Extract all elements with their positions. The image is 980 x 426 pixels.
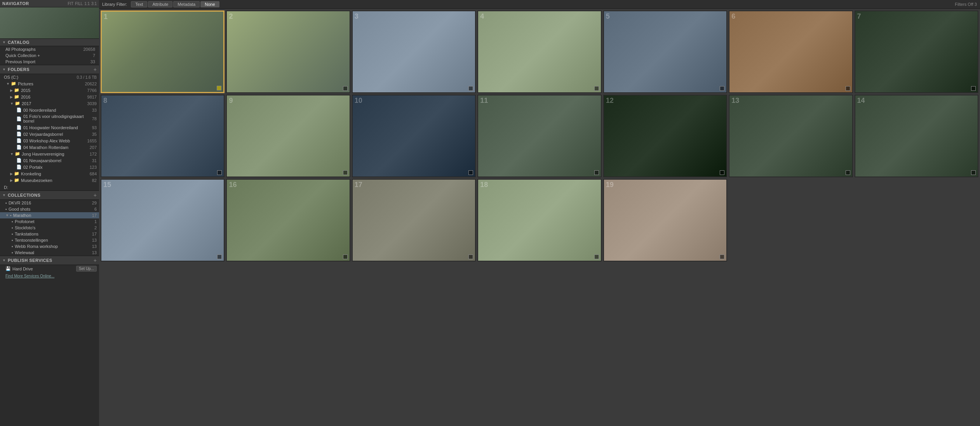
publish-title: Publish Services <box>8 258 94 263</box>
previous-import-item[interactable]: Previous Import 33 <box>0 59 99 65</box>
02-portalx-item[interactable]: 📄 02 Portalx 123 <box>0 164 99 170</box>
grid-cell-5[interactable]: 5 <box>603 10 727 93</box>
grid-cell-12[interactable]: 12 <box>603 95 727 177</box>
cell-flag-11[interactable] <box>594 170 599 175</box>
publish-add-button[interactable]: + <box>94 257 97 263</box>
collections-triangle: ▼ <box>2 193 6 197</box>
grid-cell-4[interactable]: 4 <box>477 10 601 93</box>
02-verjaardagsborrel-icon: 📄 <box>16 132 22 137</box>
left-panel: Navigator FIT FILL 1:1 3:1 ▼ Catalog All… <box>0 0 99 426</box>
publish-services-section-header[interactable]: ▼ Publish Services + <box>0 256 99 265</box>
cell-flag-19[interactable] <box>720 255 724 259</box>
cell-flag-9[interactable] <box>343 170 348 175</box>
webb-roma-icon: ▪ <box>12 244 13 249</box>
tentoonstellingen-collection[interactable]: ▪ Tentoonstellingen 13 <box>0 237 99 243</box>
cell-flag-13[interactable] <box>846 170 850 175</box>
grid-cell-17[interactable]: 17 <box>352 179 476 261</box>
grid-cell-6[interactable]: 6 <box>729 10 853 93</box>
fill-btn[interactable]: FILL <box>75 2 83 6</box>
photo-12 <box>604 95 726 177</box>
wielewaal-collection[interactable]: ▪ Wielewaal 13 <box>0 249 99 256</box>
jong-haven-icon: 📁 <box>15 151 20 156</box>
cell-flag-18[interactable] <box>594 255 599 259</box>
cell-flag-3[interactable] <box>468 86 473 91</box>
cell-flag-10[interactable] <box>468 170 473 175</box>
kronkeling-folder[interactable]: ▶ 📁 Kronkeling 684 <box>0 170 99 177</box>
folders-section-header[interactable]: ▼ Folders + <box>0 65 99 74</box>
collections-add-button[interactable]: + <box>94 192 97 198</box>
2015-folder[interactable]: ▶ 📁 2015 7766 <box>0 87 99 94</box>
01-fotos-item[interactable]: 📄 01 Foto's voor uitnodigingskaart borre… <box>0 113 99 124</box>
cell-flag-7[interactable] <box>971 86 976 91</box>
drive-bar[interactable]: OS (C:) 0.3 / 1.6 TB <box>0 74 99 80</box>
zoom-3-1-btn[interactable]: 3:1 <box>91 2 97 6</box>
grid-cell-11[interactable]: 11 <box>477 95 601 177</box>
cell-flag-6[interactable] <box>846 86 850 91</box>
02-verjaardagsborrel-item[interactable]: 📄 02 Verjaardagsborrel 35 <box>0 131 99 137</box>
03-workshop-item[interactable]: 📄 03 Workshop Alex Webb 1655 <box>0 137 99 144</box>
cell-flag-5[interactable] <box>720 86 724 91</box>
grid-cell-14[interactable]: 14 <box>855 95 978 177</box>
grid-cell-8[interactable]: 8 <box>101 95 225 177</box>
00-noordereiland-item[interactable]: 📄 00 Noordereiland 33 <box>0 107 99 113</box>
setup-button[interactable]: Set Up... <box>76 266 97 272</box>
metadata-filter-btn[interactable]: Metadata <box>173 1 200 7</box>
collections-section-header[interactable]: ▼ Collections + <box>0 190 99 200</box>
cell-flag-15[interactable] <box>217 255 222 259</box>
cell-flag-1[interactable] <box>217 86 221 90</box>
zoom-1-1-btn[interactable]: 1:1 <box>84 2 90 6</box>
good-shots-icon: ▪ <box>5 207 7 211</box>
cell-flag-4[interactable] <box>594 86 599 91</box>
find-services-link[interactable]: Find More Services Online... <box>0 272 99 280</box>
dkvr-icon: ▪ <box>5 201 7 205</box>
d-drive-bar[interactable]: D: <box>0 184 99 190</box>
cell-flag-16[interactable] <box>343 255 348 259</box>
navigator-header[interactable]: Navigator FIT FILL 1:1 3:1 <box>0 0 99 7</box>
museubezoeken-folder[interactable]: ▶ 📁 Museubezoeken 82 <box>0 177 99 184</box>
01-nieuw-item[interactable]: 📄 01 Nieuwjaarsborrel 31 <box>0 157 99 164</box>
marathon-collection[interactable]: ▼ ▪ Marathon 17 <box>0 212 99 218</box>
cell-flag-17[interactable] <box>468 255 473 259</box>
none-filter-btn[interactable]: None <box>200 1 219 7</box>
profotonet-collection[interactable]: ▪ Profotonet 1 <box>0 218 99 225</box>
cell-flag-8[interactable] <box>217 170 222 175</box>
grid-cell-18[interactable]: 18 <box>477 179 601 261</box>
grid-cell-19[interactable]: 19 <box>603 179 727 261</box>
04-marathon-item[interactable]: 📄 04 Marathon Rotterdam 207 <box>0 144 99 151</box>
grid-cell-3[interactable]: 3 <box>352 10 476 93</box>
fit-btn[interactable]: FIT <box>68 2 73 6</box>
cell-flag-14[interactable] <box>971 170 976 175</box>
attribute-filter-btn[interactable]: Attribute <box>148 1 172 7</box>
jong-haven-tri: ▼ <box>10 152 14 156</box>
hard-drive-row[interactable]: 💾 Hard Drive Set Up... <box>0 265 99 272</box>
grid-cell-9[interactable]: 9 <box>226 95 350 177</box>
grid-cell-16[interactable]: 16 <box>226 179 350 261</box>
photo-18 <box>478 180 601 261</box>
pictures-folder[interactable]: ▼ 📁 Pictures 20622 <box>0 80 99 87</box>
grid-cell-10[interactable]: 10 <box>352 95 476 177</box>
01-hoogwater-item[interactable]: 📄 01 Hoogwater Noordereiland 93 <box>0 124 99 131</box>
jong-haven-folder[interactable]: ▼ 📁 Jong Havenvereniging 172 <box>0 151 99 157</box>
folders-triangle: ▼ <box>2 68 6 71</box>
all-photographs-item[interactable]: All Photographs 20658 <box>0 46 99 52</box>
catalog-section-header[interactable]: ▼ Catalog <box>0 38 99 46</box>
cell-flag-2[interactable] <box>343 86 348 91</box>
text-filter-btn[interactable]: Text <box>131 1 147 7</box>
stockfotos-icon: ▪ <box>12 225 13 230</box>
grid-cell-1[interactable]: 1 <box>101 10 225 93</box>
good-shots-collection[interactable]: ▪ Good shots 6 <box>0 206 99 212</box>
quick-collection-item[interactable]: Quick Collection + 7 <box>0 52 99 59</box>
folders-add-button[interactable]: + <box>94 66 97 73</box>
photo-5 <box>604 11 726 92</box>
grid-cell-15[interactable]: 15 <box>101 179 225 261</box>
2017-folder[interactable]: ▼ 📁 2017 3039 <box>0 100 99 107</box>
grid-cell-2[interactable]: 2 <box>226 10 350 93</box>
tankstations-collection[interactable]: ▪ Tankstations 17 <box>0 231 99 237</box>
cell-flag-12[interactable] <box>720 170 724 175</box>
2016-folder[interactable]: ▶ 📁 2016 9817 <box>0 94 99 100</box>
grid-cell-13[interactable]: 13 <box>729 95 853 177</box>
grid-cell-7[interactable]: 7 <box>855 10 978 93</box>
webb-roma-collection[interactable]: ▪ Webb Roma workshop 13 <box>0 243 99 249</box>
stockfotos-collection[interactable]: ▪ Stockfoto's 2 <box>0 225 99 231</box>
dkvr-collection[interactable]: ▪ DKVR 2016 29 <box>0 200 99 206</box>
